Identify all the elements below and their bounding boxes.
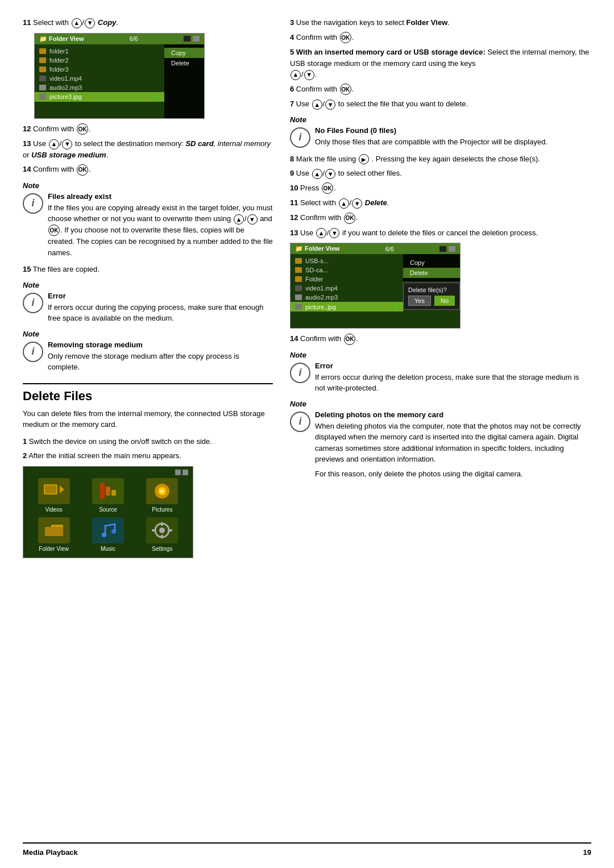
fv2-item-video: video1.mp4: [291, 284, 403, 293]
delete-files-heading: Delete Files: [23, 383, 273, 404]
nav-up-13r: ▲: [316, 228, 326, 238]
fv2-dialog: Delete file(s)? Yes No: [403, 283, 460, 310]
fv2-no-btn[interactable]: No: [434, 296, 455, 306]
step-9-text: Use: [296, 169, 312, 177]
step-11-text: Select with: [33, 18, 70, 27]
step-11-right: 11 Select with ▲/▼ Delete.: [290, 197, 591, 209]
step-12-right: 12 Confirm with OK.: [290, 212, 591, 224]
fv1-folder-icon3: [39, 67, 46, 72]
mm-icon-pictures: [146, 478, 178, 504]
step-13-mid: to select the destination memory: SD car…: [23, 139, 271, 159]
fv2-copy-btn[interactable]: Copy: [403, 258, 460, 268]
fv1-icons: [184, 36, 200, 41]
note-error-left-content: Error If errors occur during the copying…: [48, 292, 273, 324]
bottom-bar: Media Playback 19: [23, 842, 591, 857]
mm-cell-settings: Settings: [138, 517, 187, 552]
fv2-icon2: [449, 246, 455, 252]
svg-point-12: [159, 528, 165, 533]
note-error-right-icon: i: [290, 363, 310, 383]
step-8-right: 8 Mark the file using ▶ . Pressing the k…: [290, 153, 591, 165]
note-removing: Note i Removing storage medium Only remo…: [23, 330, 273, 373]
fv2-checkmark: ✓: [393, 303, 399, 310]
nav-dn-13r: ▼: [329, 228, 339, 238]
step-12-num: 12: [23, 124, 31, 133]
step-12-left: 12 Confirm with OK.: [23, 123, 273, 135]
step-7-right: 7 Use ▲/▼ to select the file that you wa…: [290, 98, 591, 110]
step-4-text: Confirm with: [296, 33, 339, 41]
mm-icon2: [182, 470, 188, 475]
note-deleting-photos-label: Note: [290, 400, 591, 408]
fv2-right-panel: Copy Delete Delete file(s)? Yes No: [403, 254, 460, 328]
note-error-left-header: Error: [48, 292, 273, 300]
mm-cell-source: Source: [83, 478, 132, 513]
fv2-item-folder: Folder: [291, 275, 403, 284]
mm-videos-label: Videos: [45, 506, 62, 513]
note-no-files-icon: i: [290, 127, 310, 148]
fv1-checkmark: ✓: [155, 93, 160, 101]
ok-icon-fe: OK: [48, 225, 60, 236]
step-3-text: Use the navigation keys to select Folder…: [296, 18, 450, 27]
fv2-folder-icon3: [295, 276, 302, 282]
step-15-text: The files are copied.: [33, 265, 99, 273]
ok-icon-14: OK: [77, 164, 88, 176]
step-14-right-num: 14: [290, 334, 298, 343]
step-5-text: With an inserted memory card or USB stor…: [290, 48, 589, 78]
step-6-right: 6 Confirm with OK.: [290, 84, 591, 95]
step-3-num: 3: [290, 18, 294, 27]
note-error-right-inner: i Error If errors occur during the delet…: [290, 362, 591, 394]
ok-icon-12: OK: [77, 123, 88, 135]
svg-rect-16: [169, 529, 172, 531]
note-error-left-icon: i: [23, 293, 43, 313]
main-menu: Videos Source: [23, 466, 193, 558]
fv1-copy-btn[interactable]: Copy: [164, 48, 204, 58]
nav-up-9: ▲: [312, 169, 322, 179]
fv2-yes-btn[interactable]: Yes: [408, 296, 431, 306]
fv1-list: folder1 folder2 folder3 video1.mp4 audio…: [35, 44, 164, 118]
note-error-right-label: Note: [290, 351, 591, 359]
note-deleting-photos-content: Deleting photos on the memory card When …: [315, 410, 591, 480]
step-12-text: Confirm with: [33, 124, 76, 133]
step-1-text: Switch the device on using the on/off sw…: [29, 437, 212, 446]
step-15-num: 15: [23, 265, 31, 273]
step-13-right: 13 Use ▲/▼ if you want to delete the fil…: [290, 227, 591, 239]
nav-dn-icon: ▼: [85, 18, 95, 28]
main-content: 11 Select with ▲/▼ Copy. 📁 Folder View 6…: [23, 17, 591, 831]
step-11-right-text: Select with: [300, 198, 338, 207]
step-9-num: 9: [290, 169, 294, 177]
mm-settings-label: Settings: [152, 546, 172, 552]
note-files-exist: Note i Files already exist If the files …: [23, 181, 273, 259]
note-no-files-inner: i No Files Found (0 files) Only those fi…: [290, 126, 591, 148]
step-11-suffix: .: [116, 18, 118, 27]
fv1-folder-icon: [39, 48, 46, 54]
fv1-delete-btn[interactable]: Delete: [164, 58, 204, 68]
step-9-mid: to select other files.: [338, 169, 402, 177]
svg-point-10: [111, 529, 116, 534]
svg-rect-2: [45, 485, 56, 493]
bottom-right: 19: [583, 848, 591, 857]
fv2-item-sd: SD-ca...: [291, 265, 403, 275]
step-10-text: Press: [300, 184, 321, 192]
fv2-dialog-buttons: Yes No: [408, 296, 455, 306]
step-8-mid: . Pressing the key again deselects the c…: [372, 155, 540, 163]
note-no-files-body: Only those files that are compatible wit…: [315, 136, 591, 148]
fv2-dialog-title: Delete file(s)?: [408, 286, 455, 293]
fv2-icons: [439, 246, 455, 252]
fv1-header: 📁 Folder View 6/6: [35, 34, 204, 44]
note-deleting-photos-body2: For this reason, only delete the photos …: [315, 468, 591, 480]
mm-icon-settings: [146, 517, 178, 543]
mm-top-icons: [175, 470, 188, 475]
nav-dn-9: ▼: [325, 169, 335, 179]
mm-folder-label: Folder View: [39, 546, 69, 552]
step-2-num: 2: [23, 451, 27, 460]
fv1-item-folder1: folder1: [35, 47, 164, 56]
page: 11 Select with ▲/▼ Copy. 📁 Folder View 6…: [0, 0, 614, 868]
ok-icon-14r: OK: [344, 334, 355, 345]
step-8-num: 8: [290, 155, 294, 163]
step-2-text: After the initial screen the main menu a…: [28, 451, 181, 460]
videos-svg: [43, 482, 65, 500]
fv2-delete-btn[interactable]: Delete: [403, 268, 460, 278]
step-13-left: 13 Use ▲/▼ to select the destination mem…: [23, 138, 273, 160]
note-error-right-body: If errors occur during the deletion proc…: [315, 372, 591, 394]
step-12-right-text: Confirm with: [300, 213, 343, 222]
nav-up-5: ▲: [291, 70, 301, 80]
